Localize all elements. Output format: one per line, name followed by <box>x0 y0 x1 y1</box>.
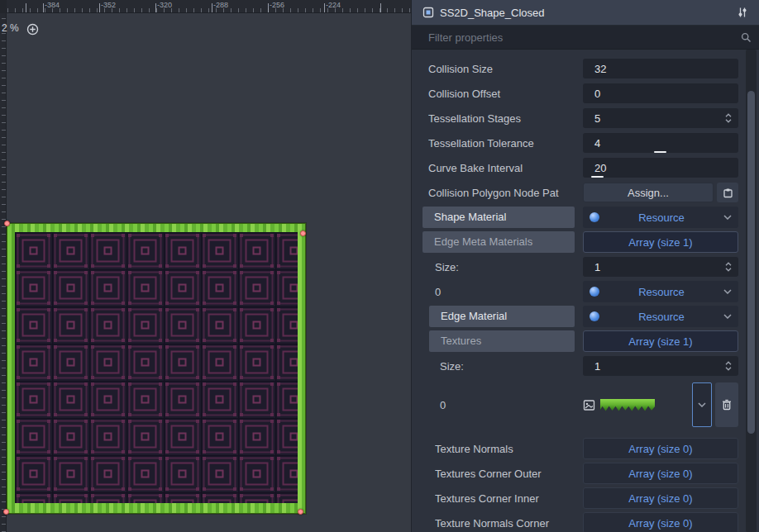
pick-node-button[interactable] <box>717 183 738 202</box>
resource-icon <box>590 287 599 297</box>
tessellation-stages-field[interactable]: 5 <box>583 108 738 128</box>
property-row-textures-corner-inner: Textures Corner Inner Array (size 0) <box>422 486 738 511</box>
inspector-panel: SS2D_Shape_Closed Collision Size 32 <box>411 0 759 532</box>
assign-button-label: Assign... <box>628 187 669 199</box>
property-label: Texture Normals Corner <box>435 517 583 530</box>
shape-handle[interactable] <box>3 509 9 515</box>
node-icon <box>422 7 434 18</box>
array-size-label: Array (size 1) <box>628 236 692 249</box>
collision-size-field[interactable]: 32 <box>583 59 738 78</box>
texture-preview-thumbnail[interactable] <box>600 399 655 411</box>
filter-input[interactable] <box>428 31 741 44</box>
inspector-scrollbar[interactable] <box>746 50 757 532</box>
zoom-level-button[interactable]: 2 % <box>2 22 19 34</box>
tessellation-tolerance-field[interactable]: 4 <box>583 133 738 153</box>
ruler-mark: -256 <box>270 1 284 9</box>
ruler-mark: -288 <box>213 1 228 9</box>
godot-editor: -384 -352 -320 -288 -256 -224 2 % <box>0 0 759 532</box>
textures-array-button[interactable]: Array (size 1) <box>583 330 738 352</box>
field-value: 5 <box>594 112 724 125</box>
property-label: Collision Offset <box>428 88 583 100</box>
property-row-curve-bake-interval: Curve Bake Interval 20 <box>422 155 738 180</box>
property-row-shape-material: Shape Material Resource <box>422 205 738 230</box>
curve-bake-interval-field[interactable]: 20 <box>583 158 738 178</box>
property-row-collision-size: Collision Size 32 <box>422 56 738 81</box>
shape-handle[interactable] <box>300 230 306 236</box>
property-row-array-item-0: 0 Resource <box>422 279 738 304</box>
property-label: Tessellation Tolerance <box>428 137 583 150</box>
property-label: Size: <box>440 360 583 373</box>
field-value: 1 <box>594 261 724 273</box>
center-view-icon[interactable] <box>26 23 39 36</box>
field-value: 1 <box>594 360 724 373</box>
property-row-textures: Textures Array (size 1) <box>422 329 738 354</box>
shape-handle[interactable] <box>298 509 303 515</box>
field-value: 20 <box>594 162 733 174</box>
property-label: Collision Polygon Node Pat <box>428 187 583 199</box>
slider-grabber[interactable] <box>591 176 604 178</box>
field-value: 32 <box>594 63 733 75</box>
resource-icon <box>590 212 599 222</box>
property-tools-icon[interactable] <box>734 4 751 21</box>
item-resource-dropdown[interactable]: Resource <box>583 281 738 302</box>
shape-handle[interactable] <box>4 221 10 226</box>
array-size-label: Array (size 0) <box>628 517 692 530</box>
property-row-texture-normals: Texture Normals Array (size 0) <box>422 436 738 461</box>
spinner-updown-icon[interactable] <box>724 261 733 273</box>
property-row-tessellation-tolerance: Tessellation Tolerance 4 <box>422 131 738 155</box>
spinner-updown-icon[interactable] <box>724 112 733 124</box>
property-label: Edge Material <box>429 306 575 327</box>
search-icon <box>741 32 752 43</box>
array-size-label: Array (size 0) <box>628 492 692 505</box>
filter-properties-bar[interactable] <box>412 26 759 50</box>
property-label: Curve Bake Interval <box>428 162 583 174</box>
property-row-collision-polygon-node-path: Collision Polygon Node Pat Assign... <box>422 180 738 205</box>
resource-label: Resource <box>599 286 723 298</box>
array-size-label: Array (size 0) <box>628 468 692 480</box>
chevron-down-icon <box>723 215 732 220</box>
ruler-minor-ticks <box>2 13 6 532</box>
property-row-edge-meta-materials: Edge Meta Materials Array (size 1) <box>422 230 738 254</box>
texture-resource-dropdown[interactable] <box>692 382 712 427</box>
assign-node-path-button[interactable]: Assign... <box>583 183 714 202</box>
array-size-label: Array (size 0) <box>628 443 692 455</box>
property-label: Shape Material <box>422 207 575 228</box>
textures-corner-outer-array-button[interactable]: Array (size 0) <box>583 463 738 484</box>
edge-material-resource-dropdown[interactable]: Resource <box>583 306 738 327</box>
edge-meta-materials-array-button[interactable]: Array (size 1) <box>583 231 738 253</box>
property-row-texture-item-0: 0 <box>422 378 738 431</box>
shape-material-resource-dropdown[interactable]: Resource <box>583 207 738 228</box>
ruler-mark: -224 <box>326 1 341 9</box>
texture-normals-array-button[interactable]: Array (size 0) <box>583 438 738 459</box>
shape-fill-texture <box>15 232 298 503</box>
resource-label: Resource <box>599 211 723 224</box>
textures-corner-inner-array-button[interactable]: Array (size 0) <box>583 487 738 509</box>
property-row-edge-material: Edge Material Resource <box>422 304 738 329</box>
horizontal-ruler: -384 -352 -320 -288 -256 -224 <box>0 0 411 13</box>
textures-size-field[interactable]: 1 <box>583 356 738 376</box>
resource-label: Resource <box>599 311 723 323</box>
scrollbar-thumb[interactable] <box>747 91 755 434</box>
texture-normals-corner-array-button[interactable]: Array (size 0) <box>583 512 738 532</box>
ruler-mark: -384 <box>45 1 60 9</box>
inspected-object-title: SS2D_Shape_Closed <box>440 7 734 19</box>
property-label: Textures Corner Outer <box>435 468 583 480</box>
property-label: Texture Normals <box>435 443 583 455</box>
property-label: Textures <box>429 330 575 352</box>
array-size-label: Array (size 1) <box>628 335 692 348</box>
spinner-updown-icon[interactable] <box>724 360 733 372</box>
vertical-ruler <box>0 13 7 532</box>
shape-node[interactable] <box>7 223 306 514</box>
property-row-texture-normals-corner: Texture Normals Corner Array (size 0) <box>422 511 738 532</box>
property-list: Collision Size 32 Collision Offset 0 Tes… <box>412 50 738 532</box>
array-size-field[interactable]: 1 <box>583 257 738 277</box>
2d-viewport[interactable]: -384 -352 -320 -288 -256 -224 2 % <box>0 0 411 532</box>
ruler-mark: -320 <box>157 1 172 9</box>
delete-texture-button[interactable] <box>715 382 738 427</box>
collision-offset-field[interactable]: 0 <box>583 83 738 103</box>
chevron-down-icon <box>698 402 706 407</box>
property-label: Textures Corner Inner <box>435 492 583 505</box>
pick-node-icon <box>723 188 733 198</box>
property-row-array-size: Size: 1 <box>422 254 738 279</box>
slider-grabber[interactable] <box>654 151 666 153</box>
